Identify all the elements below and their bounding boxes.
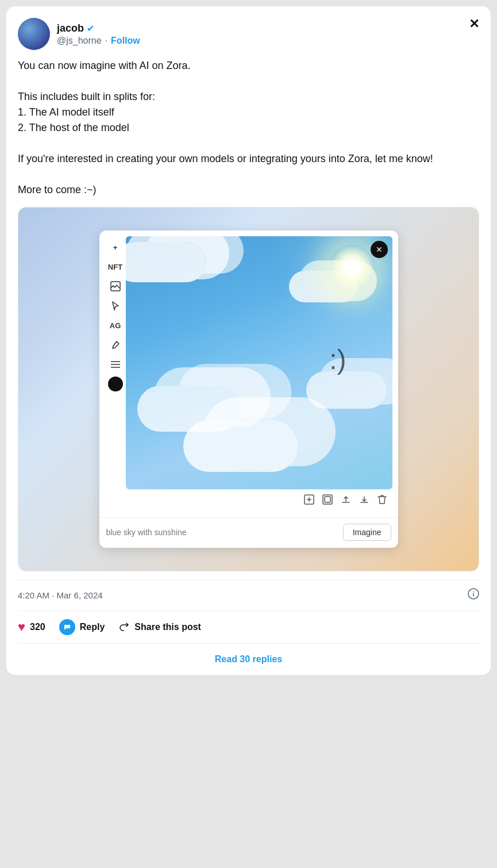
- tweet-actions: ♥ 320 Reply Share this post: [18, 610, 479, 643]
- image-icon[interactable]: [108, 279, 123, 294]
- tweet-image-container: + NFT AG: [18, 207, 479, 571]
- svg-point-8: [473, 592, 474, 593]
- avatar[interactable]: [18, 18, 50, 50]
- ag-icon[interactable]: AG: [108, 318, 123, 333]
- toolbar-icon-download[interactable]: [359, 494, 369, 507]
- toolbar-icon-upload[interactable]: [341, 494, 351, 507]
- cloud-group: [126, 236, 392, 489]
- share-label: Share this post: [134, 622, 201, 632]
- close-icon[interactable]: ✕: [469, 18, 479, 30]
- menu-icon[interactable]: [108, 357, 123, 372]
- canvas-close-button[interactable]: ✕: [371, 241, 388, 258]
- reply-action[interactable]: Reply: [59, 619, 105, 635]
- heart-count: 320: [30, 622, 45, 632]
- nft-icon[interactable]: NFT: [108, 259, 123, 274]
- cursor-icon[interactable]: [108, 298, 123, 313]
- info-icon[interactable]: [468, 588, 479, 602]
- user-name: jacob: [57, 22, 84, 34]
- tweet-image-bg: + NFT AG: [18, 208, 479, 571]
- editor-sidebar: + NFT AG: [105, 236, 126, 512]
- editor-toolbar: [126, 489, 392, 512]
- cloud4: [306, 371, 387, 409]
- tweet-header: jacob ✔ @js_horne · Follow ✕: [18, 18, 479, 50]
- editor-body: + NFT AG: [99, 231, 398, 517]
- cloud5: [183, 420, 298, 472]
- tweet-text: You can now imagine with AI on Zora. Thi…: [18, 58, 479, 198]
- toolbar-icon-trash[interactable]: [377, 494, 387, 507]
- read-replies-button[interactable]: Read 30 replies: [215, 654, 282, 665]
- tweet-card: jacob ✔ @js_horne · Follow ✕ You can now…: [6, 6, 491, 675]
- verified-icon: ✔: [87, 23, 94, 34]
- imagine-button[interactable]: Imagine: [343, 524, 391, 541]
- reply-icon: [63, 623, 71, 631]
- read-replies-section: Read 30 replies: [18, 643, 479, 675]
- zora-editor: + NFT AG: [99, 231, 398, 548]
- toolbar-icon-2[interactable]: [322, 494, 333, 507]
- color-picker[interactable]: [108, 377, 123, 391]
- follow-button[interactable]: Follow: [111, 36, 140, 46]
- dot-separator: ·: [105, 36, 107, 46]
- tweet-timestamp: 4:20 AM · Mar 6, 2024: [18, 590, 103, 600]
- sun-glow: [329, 245, 375, 291]
- user-handle: @js_horne: [57, 36, 102, 46]
- canvas-close-icon: ✕: [376, 245, 383, 254]
- svg-rect-6: [325, 497, 330, 502]
- user-name-row: jacob ✔: [57, 22, 140, 34]
- reply-icon-wrap: [59, 619, 75, 635]
- tweet-meta: 4:20 AM · Mar 6, 2024: [18, 579, 479, 610]
- cloud3: [137, 386, 241, 432]
- user-info: jacob ✔ @js_horne · Follow: [57, 22, 140, 46]
- imagine-input[interactable]: [106, 528, 343, 537]
- smiley-overlay: :): [329, 344, 346, 375]
- cloud2: [289, 271, 358, 302]
- editor-canvas-container: :) ✕: [126, 236, 392, 512]
- cloud1: [126, 242, 206, 282]
- user-info-section: jacob ✔ @js_horne · Follow: [18, 18, 140, 50]
- editor-canvas: :) ✕: [126, 236, 392, 489]
- editor-footer: Imagine: [99, 517, 398, 548]
- brush-icon[interactable]: [108, 337, 123, 352]
- reply-label: Reply: [80, 622, 105, 632]
- plus-icon[interactable]: +: [108, 240, 123, 255]
- share-icon: [118, 621, 130, 633]
- heart-icon: ♥: [18, 620, 25, 635]
- heart-action[interactable]: ♥ 320: [18, 620, 45, 635]
- toolbar-icon-1[interactable]: [304, 494, 314, 507]
- user-handle-row: @js_horne · Follow: [57, 36, 140, 46]
- share-action[interactable]: Share this post: [118, 621, 201, 633]
